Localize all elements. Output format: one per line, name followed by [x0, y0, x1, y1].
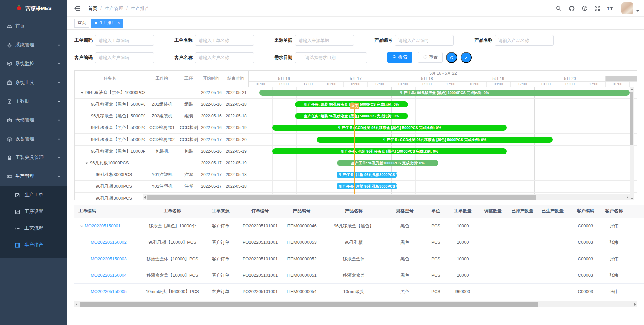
gantt-hour-cell: 01:00 [320, 82, 344, 87]
客户编码-input[interactable] [95, 52, 154, 63]
app-title: 苦糖果MES [25, 5, 52, 12]
orders-cell: PCS [425, 251, 447, 267]
tag-1[interactable]: 生产排产× [91, 19, 123, 28]
scroll-right-arrow[interactable] [627, 196, 628, 199]
gantt-row[interactable]: 96孔孔板10000PCS2022-05-172022-05-19生产工单: 9… [75, 157, 637, 169]
scroll-down-arrow[interactable] [631, 198, 633, 199]
scroll-up-arrow[interactable] [631, 88, 633, 90]
edit-icon [15, 192, 20, 198]
avatar[interactable] [621, 2, 633, 14]
gantt-task-name: 96孔移液盒【黑色】10000PCS [75, 148, 145, 154]
expand-caret-icon[interactable] [80, 224, 84, 228]
gantt-row[interactable]: 96孔移液盒【黑色】5000PCSZ02组装机组装2022-05-162022-… [75, 110, 637, 122]
submenu-item-label: 生产工单 [24, 192, 43, 198]
submenu-item-1[interactable]: 工序设置 [0, 203, 67, 220]
submenu-item-3[interactable]: 生产排产 [0, 237, 67, 254]
产品编号-input[interactable] [395, 35, 454, 46]
gantt-row[interactable]: 96孔移液盒【黑色】10000PCS包装机包装2022-05-162022-05… [75, 146, 637, 157]
scroll-right-arrow[interactable] [634, 303, 636, 306]
gantt-bar-order[interactable]: 生产工单: 96孔移液盒 [黑色] 10000PCS 完成比例: 0% [259, 90, 630, 96]
orders-column-header: 产品名称 [323, 205, 385, 218]
gantt-day-cell: 5月 19 [463, 76, 534, 81]
breadcrumb-item[interactable]: 生产管理 [105, 6, 123, 11]
filter-label: 产品名称 [474, 37, 495, 43]
gantt-bar-inject[interactable]: 生产任务: 注塑 96孔孔板3000PCS 完成比例: 0% [337, 172, 397, 178]
sidebar-item-2[interactable]: 系统监控 [0, 54, 67, 73]
task-name-text: 96孔移液盒【黑色】5000PCS [91, 101, 145, 107]
gear-icon [7, 42, 15, 48]
sidebar-item-label: 设备管理 [15, 136, 34, 142]
gantt-hour-cell: 09:00 [558, 82, 582, 87]
collapse-caret-icon[interactable] [85, 161, 89, 165]
sidebar-item-7[interactable]: 工装夹具管理 [0, 148, 67, 167]
filter-label: 产品编号 [374, 37, 395, 43]
gantt-vscroll-thumb[interactable] [630, 92, 633, 145]
close-icon[interactable]: × [117, 21, 120, 25]
工单名称-input[interactable] [195, 35, 254, 46]
reset-button[interactable]: 重置 [418, 52, 443, 63]
sidebar-item-5[interactable]: 仓储管理 [0, 111, 67, 129]
gantt-hscroll-thumb[interactable] [147, 195, 536, 200]
orders-column-header: 已生产数量 [537, 205, 568, 218]
submenu-item-2[interactable]: 工艺流程 [0, 220, 67, 237]
gantt-bar-task[interactable]: 生产任务: CCD检测 96孔移液盒 [黑色] 5000PCS 完成比例: 0% [317, 137, 553, 143]
work-order-link[interactable]: MO202205150002 [91, 240, 127, 245]
gantt-bar-inject[interactable]: 生产任务: 注塑 96孔孔板3000PCS 完成比例: 0% [337, 183, 397, 189]
search-button[interactable]: 搜索 [387, 52, 412, 63]
sidebar-item-4[interactable]: 主数据 [0, 92, 67, 111]
客户名称-input[interactable] [195, 52, 254, 63]
scroll-left-arrow[interactable] [144, 196, 146, 199]
fullscreen-icon[interactable] [594, 5, 600, 11]
来源单据-input[interactable] [295, 35, 354, 46]
sidebar-fold-icon[interactable] [74, 5, 81, 13]
gantt-row[interactable]: 96孔移液盒【黑色】5000PCSCCD检测#02CCD检测2022-05-17… [75, 134, 637, 146]
gantt-hour-cell: 09:00 [344, 82, 368, 87]
github-icon[interactable] [569, 5, 575, 12]
gantt-vertical-scrollbar[interactable] [630, 87, 634, 200]
sidebar-item-6[interactable]: 设备管理 [0, 129, 67, 148]
gantt-bar-task[interactable]: 生产任务: 组装 96孔移液盒 [黑色] 5000PCS 完成比例: 0% [295, 113, 408, 119]
table-hscroll-thumb[interactable] [80, 302, 538, 307]
gantt-row[interactable]: 96孔孔板3000PCSY01注塑机注塑2022-05-172022-05-18… [75, 169, 637, 181]
gantt-station: CCD检测#01 [145, 125, 179, 131]
gantt-end: 2022-05-21 [224, 90, 249, 95]
gantt-horizontal-scrollbar[interactable] [143, 194, 630, 200]
orders-cell [507, 267, 537, 283]
work-order-link[interactable]: MO202205150003 [91, 256, 127, 261]
caret-down-icon[interactable] [636, 9, 639, 12]
gantt-bar-order[interactable]: 生产工单: 96孔孔板10000PCS 完成比例: 0% [337, 160, 438, 166]
breadcrumb-item[interactable]: 首页 [88, 6, 97, 11]
sidebar-item-1[interactable]: 系统管理 [0, 36, 67, 54]
scroll-left-arrow[interactable] [76, 303, 77, 306]
sidebar-item-3[interactable]: 系统工具 [0, 73, 67, 92]
gantt-bar-task[interactable]: 生产任务: CCD检测 96孔移液盒 [黑色] 5000PCS 完成比例: 0% [272, 125, 507, 131]
产品名称-input[interactable] [495, 35, 554, 46]
gantt-process: CCD检测 [179, 125, 199, 131]
gantt-end: 2022-05-18 [224, 172, 249, 177]
orders-cell: 96孔移液盒【黑色】 [323, 218, 385, 234]
help-icon[interactable] [582, 5, 588, 11]
gantt-bar-task[interactable]: 生产任务: 包装 96孔移液盒 [黑色] 10000PCS 完成比例: 0% [272, 148, 507, 154]
list-icon [15, 226, 20, 231]
gantt-row[interactable]: 96孔孔板3000PCSY02注塑机注塑2022-05-172022-05-18… [75, 181, 637, 193]
collapse-caret-icon[interactable] [80, 91, 84, 95]
work-order-link[interactable]: MO202205150005 [91, 289, 127, 294]
gantt-row[interactable]: 96孔移液盒【黑色】10000PCS2022-05-162022-05-21生产… [75, 87, 637, 99]
需求日期-input[interactable] [295, 52, 367, 63]
table-horizontal-scrollbar[interactable] [74, 301, 637, 307]
orders-cell: PO202205101001 [240, 251, 281, 267]
tag-0[interactable]: 首页 [74, 19, 89, 28]
orders-cell: C00003 [568, 234, 603, 251]
orders-cell: 10000 [447, 251, 478, 267]
gantt-row[interactable]: 96孔移液盒【黑色】5000PCSCCD检测#01CCD检测2022-05-16… [75, 122, 637, 134]
search-icon[interactable] [556, 5, 562, 11]
work-order-link[interactable]: MO202205150004 [91, 273, 127, 278]
work-order-link[interactable]: MO202205150001 [85, 223, 121, 228]
pencil-round-button[interactable] [461, 52, 472, 63]
sidebar-item-0[interactable]: 首页 [0, 17, 67, 36]
submenu-item-0[interactable]: 生产工单 [0, 186, 67, 203]
refresh-round-button[interactable] [446, 52, 457, 63]
sidebar-item-8[interactable]: 生产管理 [0, 167, 67, 186]
font-size-icon[interactable]: TT [607, 5, 614, 11]
工单编码-input[interactable] [95, 35, 154, 46]
